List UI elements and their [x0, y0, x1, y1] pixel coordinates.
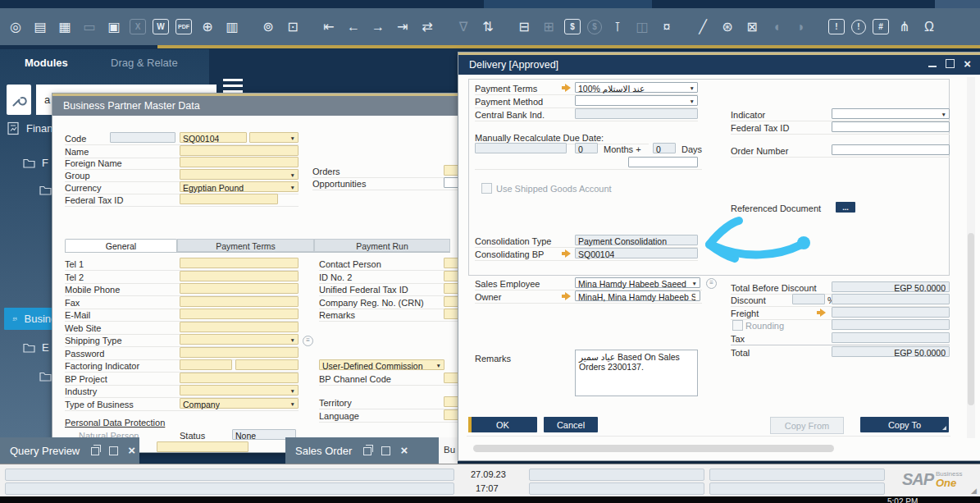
maximize-icon[interactable]	[946, 59, 955, 68]
org-chart-icon[interactable]: ⋔	[896, 17, 914, 37]
email-input[interactable]	[180, 309, 299, 319]
vertical-scrollbar-track[interactable]	[967, 77, 975, 438]
remarks-icon[interactable]: ◖	[768, 17, 786, 37]
freight-field[interactable]	[832, 307, 950, 318]
goto-window-icon[interactable]: ⊡	[284, 17, 302, 37]
sales-order-bar[interactable]: Sales Order ×	[285, 437, 439, 464]
shipping-type-link-icon[interactable]	[303, 336, 313, 346]
first-record-icon[interactable]: ⇤	[320, 17, 338, 37]
owner-field[interactable]: MinaH, Mina Hamdy Habeeb Sa	[575, 290, 700, 301]
export-excel-icon[interactable]: X	[130, 19, 146, 34]
support-desktop-icon[interactable]: ▭	[80, 17, 98, 37]
industry-dropdown[interactable]	[180, 385, 299, 396]
close-icon[interactable]: ×	[400, 446, 408, 455]
group-dropdown[interactable]	[180, 169, 299, 180]
type-of-business-dropdown[interactable]: Company	[180, 398, 299, 409]
sales-employee-link-icon[interactable]	[706, 278, 717, 289]
opportunities-field[interactable]	[444, 177, 458, 188]
add-to-window-icon[interactable]: ⊟	[515, 17, 533, 37]
alerts-icon[interactable]: !	[828, 19, 845, 34]
owner-link-arrow-icon[interactable]	[562, 292, 572, 300]
last-record-icon[interactable]: ⇥	[394, 17, 412, 37]
web-site-input[interactable]	[180, 322, 299, 332]
discount-amount-field[interactable]	[832, 294, 950, 304]
referenced-document-button[interactable]: ...	[836, 202, 855, 213]
resize-grip-icon[interactable]: ◢	[971, 487, 977, 495]
tel2-input[interactable]	[180, 271, 299, 281]
consolidating-bp-link-arrow-icon[interactable]	[562, 249, 572, 258]
name-input[interactable]	[180, 145, 299, 156]
sort-table-icon[interactable]: ⇅	[479, 17, 497, 37]
split-view-icon[interactable]: ◫	[633, 17, 651, 37]
factoring-indicator-input-1[interactable]	[180, 359, 232, 370]
use-shipped-checkbox[interactable]	[481, 183, 492, 194]
preview-report-icon[interactable]: ◎	[7, 17, 25, 37]
payment-means-icon[interactable]: $	[587, 20, 602, 34]
refresh-record-icon[interactable]: ⇄	[418, 17, 436, 37]
payment-method-dropdown[interactable]	[575, 95, 698, 106]
move-window-icon[interactable]: ⊕	[198, 17, 217, 37]
horizontal-scrollbar[interactable]	[473, 445, 834, 452]
payment-wizard-icon[interactable]: ▦	[56, 17, 74, 37]
territory-field[interactable]	[444, 396, 458, 407]
discount-percent-input[interactable]	[792, 294, 825, 304]
find-icon[interactable]: ⊚	[259, 17, 277, 37]
consolidating-bp-field[interactable]: SQ00104	[575, 248, 698, 258]
tab-modules[interactable]: Modules	[25, 57, 68, 69]
payment-terms-link-arrow-icon[interactable]	[562, 84, 572, 92]
payment-terms-dropdown[interactable]: 100% عند الاستلام	[575, 82, 698, 93]
foreign-name-input[interactable]	[180, 157, 299, 167]
export-pdf-icon[interactable]: PDF	[175, 19, 192, 34]
days-input[interactable]: 0	[653, 143, 676, 153]
vertical-scrollbar-thumb[interactable]	[968, 233, 974, 405]
personal-data-protection-link[interactable]: Personal Data Protection	[65, 418, 165, 428]
factoring-indicator-input-2[interactable]	[235, 359, 299, 370]
bp-window-titlebar[interactable]: Business Partner Master Data	[52, 96, 460, 116]
tab-general[interactable]: General	[65, 239, 177, 252]
base-document-icon[interactable]: ¤	[658, 17, 676, 37]
unified-federal-tax-field[interactable]	[444, 283, 458, 294]
id-no-2-field[interactable]	[444, 271, 458, 281]
tab-drag-and-relate[interactable]: Drag & Relate	[111, 57, 178, 69]
print-icon[interactable]: ▤	[31, 17, 49, 37]
filter-icon[interactable]: ∇	[454, 17, 472, 37]
ok-button[interactable]: OK	[468, 417, 537, 432]
shipping-type-dropdown[interactable]	[180, 334, 299, 345]
cancel-button[interactable]: Cancel	[544, 417, 598, 432]
hamburger-menu-icon[interactable]	[223, 79, 243, 93]
restore-icon[interactable]	[363, 446, 371, 455]
cash-discount-input[interactable]	[628, 157, 698, 167]
previous-record-icon[interactable]: ←	[344, 17, 362, 37]
form-settings-icon[interactable]: ⊛	[718, 17, 736, 37]
maximize-icon[interactable]	[381, 446, 390, 455]
partial-window-bar[interactable]: Bu	[439, 437, 458, 464]
lock-screen-icon[interactable]: ▥	[223, 17, 241, 37]
bp-project-input[interactable]	[180, 373, 299, 383]
indicator-dropdown[interactable]	[832, 108, 950, 119]
dlv-federal-tax-input[interactable]	[832, 121, 950, 132]
user-defined-commission-dropdown[interactable]: User-Defined Commission	[319, 359, 444, 370]
password-input[interactable]	[180, 347, 299, 358]
tel1-input[interactable]	[180, 258, 299, 268]
orders-field[interactable]	[444, 165, 458, 176]
crn-field[interactable]	[444, 296, 458, 307]
mobile-phone-input[interactable]	[180, 283, 299, 294]
message-alert-icon[interactable]: !	[851, 20, 866, 34]
restore-icon[interactable]	[91, 446, 99, 455]
tab-payment-run[interactable]: Payment Run	[314, 239, 450, 252]
copy-from-button[interactable]: Copy From	[770, 417, 844, 434]
freight-link-arrow-icon[interactable]	[817, 309, 827, 317]
federal-tax-input[interactable]	[180, 194, 278, 204]
months-input[interactable]: 0	[575, 143, 598, 153]
bp-remarks-field[interactable]	[444, 309, 458, 319]
copy-icon[interactable]: ▣	[105, 17, 123, 37]
payment-document-icon[interactable]: $	[564, 19, 581, 34]
tab-payment-terms[interactable]: Payment Terms	[177, 239, 314, 252]
customize-form-icon[interactable]: ⊠	[743, 17, 761, 37]
language-field[interactable]	[444, 409, 458, 420]
copy-to-button[interactable]: Copy To	[860, 417, 949, 432]
close-icon[interactable]: ×	[128, 446, 135, 455]
close-icon[interactable]: ×	[964, 60, 971, 68]
sales-employee-dropdown[interactable]: Mina Hamdy Habeeb Saeed	[575, 277, 700, 288]
messages-icon[interactable]: ◗	[792, 17, 810, 37]
